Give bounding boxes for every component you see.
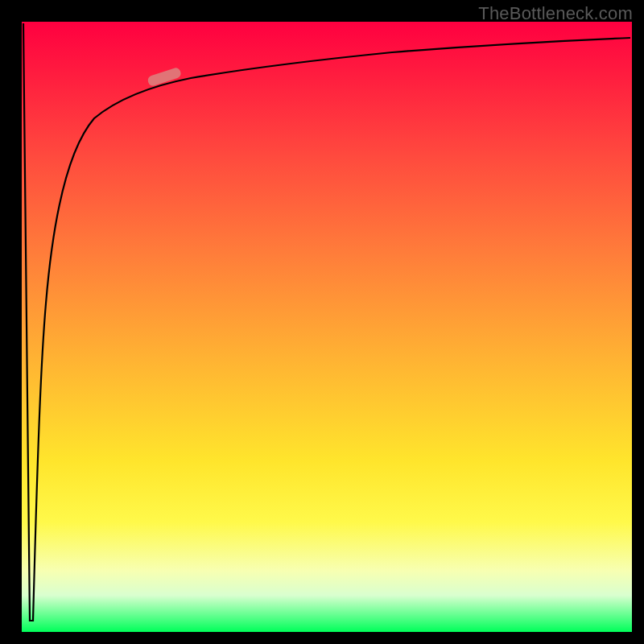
chart-stage: TheBottleneck.com xyxy=(0,0,644,644)
curve-layer xyxy=(22,22,632,632)
bottleneck-curve xyxy=(23,23,630,621)
watermark-label: TheBottleneck.com xyxy=(478,3,633,24)
plot-area xyxy=(22,22,632,632)
